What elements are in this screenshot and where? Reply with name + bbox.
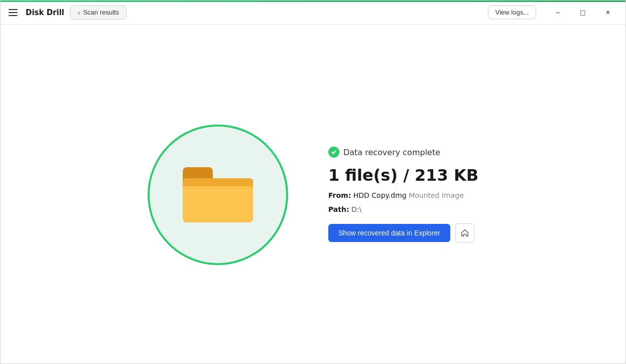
info-panel: Data recovery complete 1 file(s) / 213 K… — [328, 147, 478, 242]
from-label: From: — [328, 191, 351, 199]
main-content: Data recovery complete 1 file(s) / 213 K… — [1, 25, 625, 364]
status-text: Data recovery complete — [343, 148, 440, 157]
title-bar-left: Disk Drill ‹ Scan results — [7, 6, 127, 20]
path-row: Path: D:\ — [328, 205, 478, 213]
action-row: Show recovered data in Explorer — [328, 223, 478, 242]
app-title: Disk Drill — [26, 8, 64, 17]
files-count: 1 file(s) / 213 KB — [328, 166, 478, 185]
folder-illustration — [148, 125, 288, 265]
from-filename: HDD Copy.dmg — [353, 191, 407, 199]
close-button[interactable]: ✕ — [596, 5, 619, 21]
maximize-button[interactable]: □ — [571, 5, 594, 21]
scan-results-button[interactable]: ‹ Scan results — [70, 6, 127, 20]
path-value: D:\ — [351, 205, 361, 213]
from-row: From: HDD Copy.dmg Mounted Image — [328, 191, 478, 199]
status-row: Data recovery complete — [328, 147, 478, 158]
title-bar-right: View logs... − □ ✕ — [488, 5, 619, 21]
folder-circle — [148, 125, 288, 265]
menu-icon[interactable] — [7, 7, 20, 18]
view-logs-button[interactable]: View logs... — [488, 6, 536, 19]
show-explorer-button[interactable]: Show recovered data in Explorer — [328, 224, 450, 242]
accent-line — [1, 1, 625, 2]
folder-icon — [183, 167, 253, 222]
folder-front — [183, 186, 253, 222]
minimize-button[interactable]: − — [546, 5, 569, 21]
title-bar: Disk Drill ‹ Scan results View logs... −… — [1, 1, 625, 25]
path-label: Path: — [328, 205, 349, 213]
home-icon — [460, 228, 469, 237]
from-subtitle: Mounted Image — [409, 191, 464, 199]
chevron-left-icon: ‹ — [78, 9, 80, 17]
checkmark-svg — [331, 149, 337, 155]
scan-results-label: Scan results — [83, 9, 119, 16]
home-button[interactable] — [455, 223, 474, 242]
check-circle-icon — [328, 147, 339, 158]
